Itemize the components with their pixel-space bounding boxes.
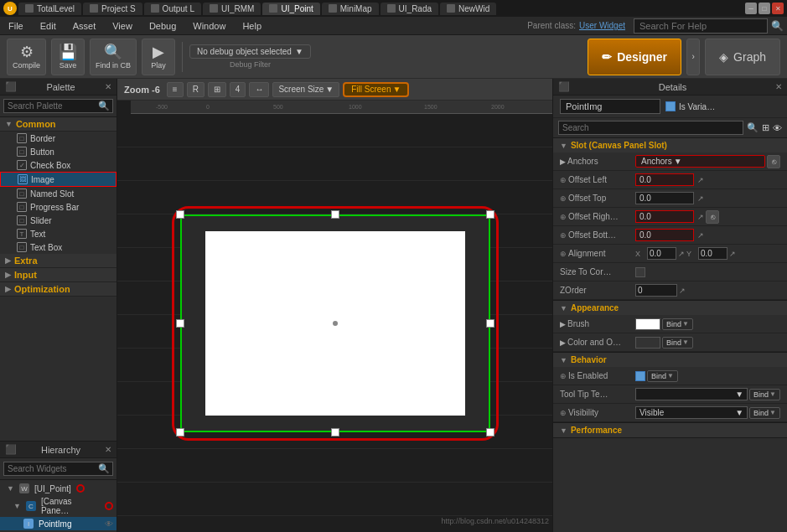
tab-uirada[interactable]: UI_Rada [381, 3, 438, 15]
details-search-input[interactable] [558, 121, 743, 135]
menu-asset[interactable]: Asset [65, 17, 105, 34]
palette-section-input-header[interactable]: ▶ Input [0, 268, 116, 282]
menu-help[interactable]: Help [234, 17, 270, 34]
canvas-grid-btn[interactable]: ≡ [167, 82, 184, 97]
hierarchy-item-pointimg[interactable]: I PointImg 👁 [0, 517, 116, 530]
search-help-input[interactable] [634, 18, 768, 34]
color-expand-arrow[interactable]: ▶ [560, 338, 566, 347]
brush-expand-arrow[interactable]: ▶ [560, 320, 566, 328]
behavior-section-header[interactable]: ▼ Behavior [553, 353, 787, 367]
tooltip-bind-button[interactable]: Bind ▼ [749, 389, 780, 400]
color-swatch[interactable] [635, 337, 660, 349]
anchors-button[interactable]: Anchors ▼ [635, 155, 765, 168]
designer-chevron[interactable]: › [686, 39, 700, 75]
anchors-extra-btn[interactable]: ⎋ [767, 155, 780, 168]
canvas-r-btn[interactable]: R [187, 82, 205, 97]
palette-item-text[interactable]: T Text [0, 227, 116, 240]
save-button[interactable]: 💾 Save [51, 39, 85, 75]
color-bind-button[interactable]: Bind ▼ [662, 337, 693, 349]
close-button[interactable]: ✕ [772, 3, 784, 14]
slot-section-header[interactable]: ▼ Slot (Canvas Panel Slot) [553, 138, 787, 152]
compile-button[interactable]: ⚙ Compile [7, 39, 46, 75]
palette-search-input[interactable] [3, 99, 113, 113]
palette-item-border[interactable]: □ Border [0, 132, 116, 145]
brush-color-swatch[interactable] [635, 318, 660, 330]
search-help-icon[interactable]: 🔍 [768, 20, 787, 32]
menu-edit[interactable]: Edit [32, 17, 65, 34]
alignment-x-arrow[interactable]: ↗ [678, 250, 685, 258]
handle-br[interactable] [486, 428, 494, 436]
alignment-x-input[interactable] [647, 247, 676, 260]
canvas-grid-btn2[interactable]: ⊞ [208, 82, 226, 97]
handle-tc[interactable] [331, 210, 339, 219]
visibility-icon[interactable]: 👁 [105, 519, 113, 529]
debug-filter-button[interactable]: No debug object selected ▼ [189, 44, 311, 59]
graph-button[interactable]: ◈ Graph [705, 39, 780, 75]
menu-debug[interactable]: Debug [141, 17, 184, 34]
tab-uirmm[interactable]: UI_RMM [203, 3, 261, 15]
palette-item-image[interactable]: 🖼 Image [0, 172, 116, 187]
menu-view[interactable]: View [104, 17, 141, 34]
palette-item-button[interactable]: □ Button [0, 145, 116, 158]
is-enabled-checkbox[interactable] [635, 371, 645, 381]
offset-right-arrow[interactable]: ↗ [697, 213, 704, 221]
play-button[interactable]: ▶ Play [142, 39, 175, 75]
find-in-cb-button[interactable]: 🔍 Find in CB [90, 39, 137, 75]
handle-ml[interactable] [176, 319, 184, 328]
offset-top-arrow[interactable]: ↗ [697, 194, 704, 203]
palette-section-optimization-header[interactable]: ▶ Optimization [0, 282, 116, 297]
offset-right-input[interactable] [635, 210, 694, 223]
anchors-expand-arrow[interactable]: ▶ [560, 158, 566, 166]
tab-uipoint[interactable]: UI_Point [262, 3, 319, 15]
alignment-y-input[interactable] [698, 247, 727, 260]
palette-section-extra-header[interactable]: ▶ Extra [0, 254, 116, 268]
hierarchy-item-canvas[interactable]: ▼ C [Canvas Pane… [0, 495, 116, 517]
hierarchy-item-uipoint[interactable]: ▼ W [UI_Point] [0, 482, 116, 495]
palette-item-named-slot[interactable]: □ Named Slot [0, 187, 116, 200]
handle-tr[interactable] [486, 210, 494, 219]
screen-size-dropdown[interactable]: Screen Size ▼ [272, 82, 339, 97]
brush-bind-button[interactable]: Bind ▼ [662, 318, 693, 330]
designer-button[interactable]: ✏ Designer [588, 39, 681, 75]
handle-tl[interactable] [176, 210, 184, 219]
offset-left-arrow[interactable]: ↗ [697, 176, 704, 184]
details-eye-icon[interactable]: 👁 [773, 123, 782, 133]
fill-screen-button[interactable]: Fill Screen ▼ [343, 82, 409, 97]
tab-projects[interactable]: Project S [83, 3, 142, 15]
minimize-button[interactable]: ─ [745, 3, 757, 14]
menu-file[interactable]: File [0, 17, 32, 34]
offset-bottom-input[interactable] [635, 229, 694, 241]
alignment-y-arrow[interactable]: ↗ [729, 250, 736, 258]
size-to-content-checkbox[interactable] [635, 267, 645, 277]
is-enabled-bind-button[interactable]: Bind ▼ [647, 370, 678, 382]
tab-minimap[interactable]: MiniMap [322, 3, 379, 15]
is-variable-checkbox[interactable] [665, 101, 676, 111]
tab-totallevel[interactable]: TotalLevel [18, 3, 81, 15]
hierarchy-close-icon[interactable]: ✕ [105, 445, 111, 454]
canvas-num-btn[interactable]: 4 [230, 82, 246, 97]
handle-bl[interactable] [176, 428, 184, 436]
offset-top-input[interactable] [635, 192, 694, 204]
zorder-arrow[interactable]: ↗ [679, 287, 686, 295]
appearance-section-header[interactable]: ▼ Appearance [553, 301, 787, 315]
performance-section-header[interactable]: ▼ Performance [553, 423, 787, 437]
palette-item-slider[interactable]: □ Slider [0, 214, 116, 227]
hierarchy-search-input[interactable] [3, 462, 113, 476]
canvas-content[interactable]: http://blog.csdn.net/u014248312 [117, 114, 552, 532]
maximize-button[interactable]: □ [759, 3, 770, 14]
center-handle[interactable] [333, 321, 338, 326]
handle-mr[interactable] [486, 319, 494, 328]
palette-section-common-header[interactable]: ▼ Common [0, 117, 116, 132]
palette-item-checkbox[interactable]: ✓ Check Box [0, 158, 116, 172]
palette-item-progress-bar[interactable]: □ Progress Bar [0, 200, 116, 214]
canvas-resize-btn[interactable]: ↔ [249, 82, 269, 97]
tab-newwid[interactable]: NewWid [440, 3, 496, 15]
offset-bottom-arrow[interactable]: ↗ [697, 231, 704, 240]
visibility-bind-button[interactable]: Bind ▼ [749, 407, 780, 419]
handle-bc[interactable] [331, 428, 339, 436]
parent-class-link[interactable]: User Widget [579, 21, 625, 30]
visibility-dropdown[interactable]: Visible ▼ [635, 406, 748, 419]
zorder-input[interactable] [635, 284, 677, 297]
tooltip-dropdown[interactable]: ▼ [635, 388, 748, 400]
details-layout-icon[interactable]: ⊞ [762, 122, 769, 133]
